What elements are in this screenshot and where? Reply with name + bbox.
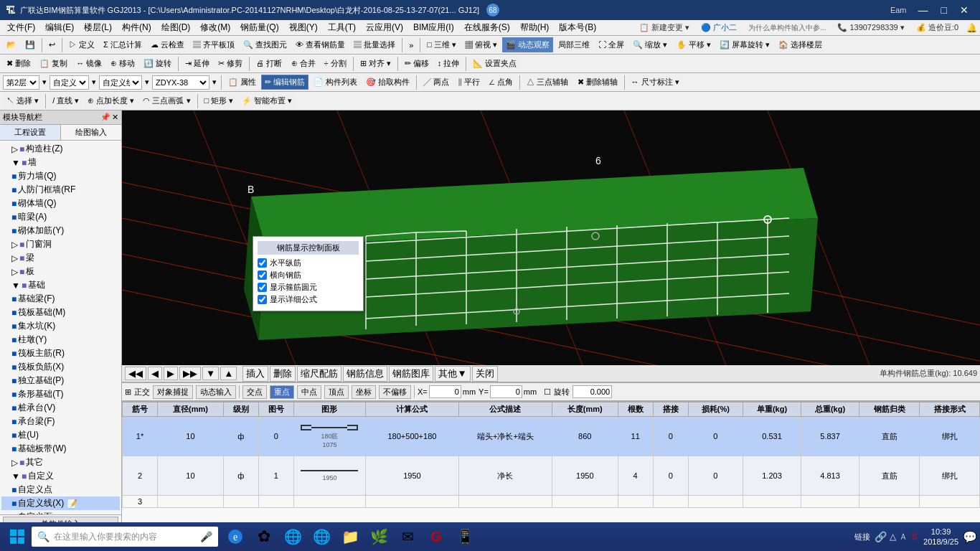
notify-icon[interactable]: 🔔 <box>966 23 977 33</box>
x-input[interactable] <box>429 385 461 398</box>
tree-item-foundation[interactable]: ▼ ■ 基础 <box>1 278 120 292</box>
tree-item-fbeam[interactable]: ■ 基础梁(F) <box>1 292 120 306</box>
tray-network-icon[interactable]: 🔗 <box>875 531 887 542</box>
arc-btn[interactable]: ◠ 三点画弧 ▾ <box>139 93 194 108</box>
insert-btn[interactable]: 插入 <box>242 366 268 382</box>
point-angle-btn[interactable]: ∠ 点角 <box>485 75 517 90</box>
tree-item-raft-main[interactable]: ■ 筏板主筋(R) <box>1 347 120 360</box>
panel-pin-btn[interactable]: 📌 <box>100 113 110 122</box>
parallel-btn[interactable]: ∥ 平行 <box>454 75 484 90</box>
3d-btn[interactable]: □ 三维 ▾ <box>423 37 460 52</box>
nav-up-btn[interactable]: ▲ <box>220 367 237 380</box>
price-btn[interactable]: 💰 造价豆:0 <box>913 20 962 35</box>
tree-item-custom-line[interactable]: ■ 自定义线(X) 📝 <box>1 496 120 510</box>
scale-btn[interactable]: 缩尺配筋 <box>297 366 341 382</box>
no-offset-btn[interactable]: 不偏移 <box>379 385 411 399</box>
tb-open-btn[interactable]: 📂 <box>3 38 20 52</box>
notification-btn[interactable]: 💬 <box>963 530 977 544</box>
tree-item-door[interactable]: ▷ ■ 门窗洞 <box>1 237 120 251</box>
panel-tab-settings[interactable]: 工程设置 <box>0 125 61 140</box>
tree-item-pile[interactable]: ■ 桩(U) <box>1 428 120 442</box>
tree-item-strip[interactable]: ■ 条形基础(T) <box>1 387 120 401</box>
custom-select[interactable]: 自定义 <box>50 75 89 90</box>
tray-arrow-icon[interactable]: △ <box>890 532 896 542</box>
tree-item-darkbeam[interactable]: ■ 暗梁(A) <box>1 210 120 224</box>
tree-item-pilecap[interactable]: ■ 桩承台(V) <box>1 401 120 415</box>
tray-antivirus-icon[interactable]: Ｓ <box>910 531 919 543</box>
pull-btn[interactable]: ↕ 拉伸 <box>434 56 463 71</box>
menu-edit[interactable]: 编辑(E) <box>41 20 78 35</box>
nav-first-btn[interactable]: ◀◀ <box>125 367 146 380</box>
tree-item-raft-neg[interactable]: ■ 筏板负筋(X) <box>1 360 120 374</box>
search-bar[interactable]: 🔍 在这里输入你要搜索的内容 🎤 <box>32 527 218 547</box>
rect-btn[interactable]: □ 矩形 ▾ <box>201 93 237 108</box>
more-btn[interactable]: » <box>405 39 417 52</box>
tree-item-custom-point[interactable]: ■ 自定义点 <box>1 483 120 496</box>
menu-part[interactable]: 构件(N) <box>118 20 156 35</box>
view-rebar-btn[interactable]: 👁 查看钢筋量 <box>292 37 349 52</box>
midspan-btn[interactable]: 中点 <box>297 385 321 399</box>
tree-item-airraid[interactable]: ■ 人防门框墙(RF <box>1 183 120 197</box>
coord-btn[interactable]: 坐标 <box>352 385 376 399</box>
nav-play-btn[interactable]: ▶ <box>164 367 178 380</box>
taskbar-ie2-icon[interactable]: 🌐 <box>281 525 304 548</box>
property-btn[interactable]: 📋 属性 <box>225 75 260 90</box>
vertex-btn[interactable]: 顶点 <box>324 385 349 399</box>
tree-item-shear[interactable]: ■ 剪力墙(Q) <box>1 169 120 183</box>
panel-close-btn[interactable]: ✕ <box>112 113 118 122</box>
phone-btn[interactable]: 📞 13907298339 ▾ <box>834 21 908 34</box>
panel-tab-draw[interactable]: 绘图输入 <box>61 125 121 140</box>
pan-btn[interactable]: ✋ 平移 ▾ <box>673 37 715 52</box>
tree-item-capbeam[interactable]: ■ 承台梁(F) <box>1 415 120 428</box>
intersection-btn[interactable]: 交点 <box>242 385 267 399</box>
close-table-btn[interactable]: 关闭 <box>472 366 498 382</box>
stirrup-checkbox[interactable] <box>258 270 267 280</box>
calc-btn[interactable]: Σ 汇总计算 <box>100 37 146 52</box>
tree-item-slab[interactable]: ▷ ■ 板 <box>1 265 120 278</box>
menu-rebar-qty[interactable]: 钢筋量(Q) <box>236 20 283 35</box>
layer-select[interactable]: 第2层 第1层 第3层 <box>3 75 39 90</box>
tree-item-masonry[interactable]: ■ 砌体墙(Q) <box>1 197 120 210</box>
batch-select-btn[interactable]: ▤ 批量选择 <box>350 37 399 52</box>
line-type-select[interactable]: 自定义线 直线 <box>99 75 142 90</box>
align-btn[interactable]: ⊞ 对齐 ▾ <box>357 56 395 71</box>
align-top-btn[interactable]: ▤ 齐平板顶 <box>189 37 238 52</box>
table-row[interactable]: 2 10 ф 1 1950 1950 <box>123 456 980 496</box>
print-btn[interactable]: 🖨 打断 <box>253 56 286 71</box>
start-button[interactable] <box>3 524 32 550</box>
two-point-btn[interactable]: ╱ 两点 <box>420 75 453 90</box>
rotate-btn[interactable]: 🔃 旋转 <box>140 56 175 71</box>
del-btn[interactable]: ✖ 删除 <box>3 56 34 71</box>
menu-floor[interactable]: 楼层(L) <box>80 20 116 35</box>
taskbar-mail-icon[interactable]: ✉ <box>396 525 419 548</box>
other-btn[interactable]: 其他▼ <box>435 366 470 382</box>
tree-item-foundation-band[interactable]: ■ 基础板带(W) <box>1 442 120 456</box>
edit-btn[interactable]: ✏ 偏移 <box>401 56 433 71</box>
time-display[interactable]: 10:39 2018/9/25 <box>923 527 958 547</box>
edit-rebar-btn[interactable]: ✏ 编辑钢筋 <box>261 75 308 90</box>
merge-btn[interactable]: ⊕ 合并 <box>288 56 319 71</box>
select-floor-btn[interactable]: 🏠 选择楼层 <box>775 37 826 52</box>
tree-item-other[interactable]: ▷ ■ 其它 <box>1 456 120 469</box>
tree-item-isolated[interactable]: ■ 独立基础(P) <box>1 374 120 387</box>
menu-cloud[interactable]: 云应用(V) <box>362 20 407 35</box>
tree-item-masonry-rebar[interactable]: ■ 砌体加筋(Y) <box>1 224 120 237</box>
new-change-btn[interactable]: 📋 新建变更 ▾ <box>636 20 693 35</box>
tree-item-column[interactable]: ▷ ■ 构造柱(Z) <box>1 142 120 156</box>
divide-btn[interactable]: ÷ 分割 <box>321 56 350 71</box>
fullscreen-btn[interactable]: ⛶ 全屏 <box>595 37 628 52</box>
menu-tools[interactable]: 工具(T) <box>324 20 360 35</box>
rebar-lib-btn[interactable]: 钢筋图库 <box>389 366 433 382</box>
screen-rotate-btn[interactable]: 🔄 屏幕旋转 ▾ <box>716 37 773 52</box>
menu-bim[interactable]: BIM应用(I) <box>409 20 458 35</box>
rebar-info-btn[interactable]: 钢筋信息 <box>343 366 387 382</box>
hbar-checkbox[interactable] <box>258 258 267 268</box>
tree-item-column-cap[interactable]: ■ 柱墩(Y) <box>1 333 120 347</box>
table-row[interactable]: 1* 10 ф 0 <box>123 417 980 456</box>
midpoint-btn[interactable]: 重点 <box>270 385 294 399</box>
close-button[interactable]: ✕ <box>954 3 974 17</box>
tree-item-raft[interactable]: ■ 筏板基础(M) <box>1 306 120 319</box>
three-axis-btn[interactable]: △ 三点辅轴 <box>523 75 572 90</box>
maximize-button[interactable]: □ <box>936 3 953 17</box>
define-btn[interactable]: ▷ 定义 <box>65 37 98 52</box>
